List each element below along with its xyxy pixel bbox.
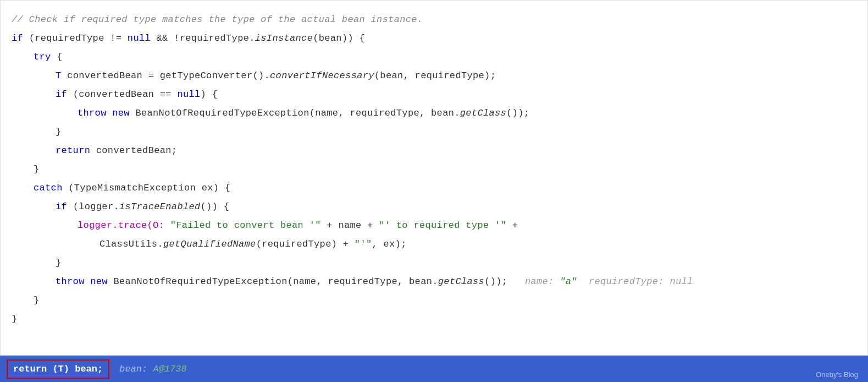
code-line: if (requiredType != null && !requiredTyp… [12, 29, 867, 48]
code-line: ClassUtils.getQualifiedName(requiredType… [12, 235, 867, 254]
code-line: } [12, 254, 867, 272]
code-line: T convertedBean = getTypeConverter().con… [12, 67, 867, 85]
code-line: // Check if required type matches the ty… [12, 10, 867, 29]
code-line: throw new BeanNotOfRequiredTypeException… [12, 272, 867, 291]
code-line: if (logger.isTraceEnabled()) { [12, 198, 867, 216]
code-line: return convertedBean; [12, 141, 867, 160]
code-editor: // Check if required type matches the ty… [0, 0, 868, 356]
code-line: if (convertedBean == null) { [12, 85, 867, 104]
code-line: } [12, 310, 867, 329]
code-line: } [12, 123, 867, 141]
code-line: throw new BeanNotOfRequiredTypeException… [12, 104, 867, 123]
hint-value: A@1738 [153, 364, 186, 374]
code-line: } [12, 160, 867, 179]
current-line-highlight: return (T) bean; [7, 359, 109, 379]
status-bar: return (T) bean; bean: A@1738 Oneby's Bl… [0, 356, 868, 382]
hint-label: bean: [119, 364, 147, 374]
code-line: catch (TypeMismatchException ex) { [12, 179, 867, 198]
code-line: logger.trace(O: "Failed to convert bean … [12, 216, 867, 235]
code-line: } [12, 291, 867, 310]
blog-attribution: Oneby's Blog [816, 370, 858, 379]
debug-hint: bean: A@1738 [119, 364, 186, 374]
code-line: try { [12, 48, 867, 67]
